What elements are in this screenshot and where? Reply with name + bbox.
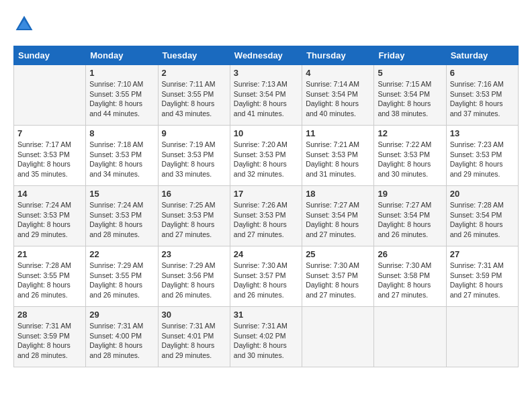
day-info: Sunrise: 7:27 AM Sunset: 3:54 PM Dayligh… — [378, 200, 442, 240]
calendar-cell: 14Sunrise: 7:24 AM Sunset: 3:53 PM Dayli… — [14, 186, 86, 246]
calendar-cell: 25Sunrise: 7:30 AM Sunset: 3:57 PM Dayli… — [302, 246, 374, 307]
day-number: 20 — [450, 189, 515, 199]
day-number: 21 — [17, 249, 82, 259]
day-number: 26 — [378, 249, 442, 259]
day-header-friday: Friday — [374, 46, 446, 65]
calendar-cell — [14, 65, 86, 126]
calendar-cell — [374, 307, 446, 367]
calendar-cell: 7Sunrise: 7:17 AM Sunset: 3:53 PM Daylig… — [14, 126, 86, 186]
day-header-wednesday: Wednesday — [230, 46, 302, 65]
day-number: 9 — [162, 128, 226, 138]
day-number: 14 — [17, 189, 82, 199]
calendar-week-4: 21Sunrise: 7:28 AM Sunset: 3:55 PM Dayli… — [14, 246, 519, 307]
day-info: Sunrise: 7:10 AM Sunset: 3:55 PM Dayligh… — [89, 79, 154, 119]
calendar-cell: 20Sunrise: 7:28 AM Sunset: 3:54 PM Dayli… — [446, 186, 518, 246]
day-info: Sunrise: 7:27 AM Sunset: 3:54 PM Dayligh… — [306, 200, 370, 240]
day-info: Sunrise: 7:31 AM Sunset: 3:59 PM Dayligh… — [450, 261, 515, 300]
day-info: Sunrise: 7:26 AM Sunset: 3:53 PM Dayligh… — [234, 200, 298, 240]
day-number: 15 — [89, 189, 154, 199]
day-number: 29 — [89, 310, 154, 320]
day-info: Sunrise: 7:16 AM Sunset: 3:53 PM Dayligh… — [450, 79, 515, 119]
calendar-cell: 23Sunrise: 7:29 AM Sunset: 3:56 PM Dayli… — [158, 246, 230, 307]
calendar-cell: 19Sunrise: 7:27 AM Sunset: 3:54 PM Dayli… — [374, 186, 446, 246]
day-number: 31 — [234, 310, 298, 320]
calendar-cell: 27Sunrise: 7:31 AM Sunset: 3:59 PM Dayli… — [446, 246, 518, 307]
day-header-thursday: Thursday — [302, 46, 374, 65]
calendar-week-2: 7Sunrise: 7:17 AM Sunset: 3:53 PM Daylig… — [14, 126, 519, 186]
day-info: Sunrise: 7:19 AM Sunset: 3:53 PM Dayligh… — [162, 140, 226, 179]
day-number: 6 — [450, 68, 515, 78]
calendar-cell: 28Sunrise: 7:31 AM Sunset: 3:59 PM Dayli… — [14, 307, 86, 367]
calendar-cell: 26Sunrise: 7:30 AM Sunset: 3:58 PM Dayli… — [374, 246, 446, 307]
calendar-cell: 22Sunrise: 7:29 AM Sunset: 3:55 PM Dayli… — [86, 246, 158, 307]
calendar-cell: 8Sunrise: 7:18 AM Sunset: 3:53 PM Daylig… — [86, 126, 158, 186]
calendar-cell: 16Sunrise: 7:25 AM Sunset: 3:53 PM Dayli… — [158, 186, 230, 246]
day-info: Sunrise: 7:29 AM Sunset: 3:55 PM Dayligh… — [89, 261, 154, 300]
day-info: Sunrise: 7:20 AM Sunset: 3:53 PM Dayligh… — [234, 140, 298, 179]
day-info: Sunrise: 7:30 AM Sunset: 3:57 PM Dayligh… — [234, 261, 298, 300]
logo-icon — [13, 13, 35, 35]
day-number: 1 — [89, 68, 154, 78]
day-number: 17 — [234, 189, 298, 199]
day-info: Sunrise: 7:28 AM Sunset: 3:54 PM Dayligh… — [450, 200, 515, 240]
day-number: 3 — [234, 68, 298, 78]
day-number: 19 — [378, 189, 442, 199]
day-info: Sunrise: 7:22 AM Sunset: 3:53 PM Dayligh… — [378, 140, 442, 179]
day-number: 25 — [306, 249, 370, 259]
calendar-cell: 15Sunrise: 7:24 AM Sunset: 3:53 PM Dayli… — [86, 186, 158, 246]
calendar-cell: 10Sunrise: 7:20 AM Sunset: 3:53 PM Dayli… — [230, 126, 302, 186]
day-info: Sunrise: 7:14 AM Sunset: 3:54 PM Dayligh… — [306, 79, 370, 119]
calendar-cell: 2Sunrise: 7:11 AM Sunset: 3:55 PM Daylig… — [158, 65, 230, 126]
day-number: 23 — [162, 249, 226, 259]
calendar-cell: 9Sunrise: 7:19 AM Sunset: 3:53 PM Daylig… — [158, 126, 230, 186]
calendar-cell: 5Sunrise: 7:15 AM Sunset: 3:54 PM Daylig… — [374, 65, 446, 126]
day-info: Sunrise: 7:17 AM Sunset: 3:53 PM Dayligh… — [17, 140, 82, 179]
calendar-cell: 21Sunrise: 7:28 AM Sunset: 3:55 PM Dayli… — [14, 246, 86, 307]
calendar-cell: 13Sunrise: 7:23 AM Sunset: 3:53 PM Dayli… — [446, 126, 518, 186]
calendar-cell: 3Sunrise: 7:13 AM Sunset: 3:54 PM Daylig… — [230, 65, 302, 126]
calendar-cell: 1Sunrise: 7:10 AM Sunset: 3:55 PM Daylig… — [86, 65, 158, 126]
day-number: 10 — [234, 128, 298, 138]
page-header — [13, 13, 519, 35]
day-number: 5 — [378, 68, 442, 78]
day-info: Sunrise: 7:13 AM Sunset: 3:54 PM Dayligh… — [234, 79, 298, 119]
calendar-header-row: SundayMondayTuesdayWednesdayThursdayFrid… — [14, 46, 519, 65]
day-number: 22 — [89, 249, 154, 259]
calendar-cell — [302, 307, 374, 367]
day-info: Sunrise: 7:30 AM Sunset: 3:57 PM Dayligh… — [306, 261, 370, 300]
day-info: Sunrise: 7:23 AM Sunset: 3:53 PM Dayligh… — [450, 140, 515, 179]
calendar-cell: 29Sunrise: 7:31 AM Sunset: 4:00 PM Dayli… — [86, 307, 158, 367]
calendar-week-3: 14Sunrise: 7:24 AM Sunset: 3:53 PM Dayli… — [14, 186, 519, 246]
calendar-cell: 31Sunrise: 7:31 AM Sunset: 4:02 PM Dayli… — [230, 307, 302, 367]
day-number: 28 — [17, 310, 82, 320]
calendar-week-5: 28Sunrise: 7:31 AM Sunset: 3:59 PM Dayli… — [14, 307, 519, 367]
calendar-cell: 12Sunrise: 7:22 AM Sunset: 3:53 PM Dayli… — [374, 126, 446, 186]
day-number: 30 — [162, 310, 226, 320]
calendar-cell: 17Sunrise: 7:26 AM Sunset: 3:53 PM Dayli… — [230, 186, 302, 246]
day-info: Sunrise: 7:24 AM Sunset: 3:53 PM Dayligh… — [89, 200, 154, 240]
day-info: Sunrise: 7:18 AM Sunset: 3:53 PM Dayligh… — [89, 140, 154, 179]
day-number: 4 — [306, 68, 370, 78]
day-header-saturday: Saturday — [446, 46, 518, 65]
calendar-table: SundayMondayTuesdayWednesdayThursdayFrid… — [13, 46, 519, 367]
day-info: Sunrise: 7:31 AM Sunset: 4:00 PM Dayligh… — [89, 321, 154, 361]
day-info: Sunrise: 7:30 AM Sunset: 3:58 PM Dayligh… — [378, 261, 442, 300]
calendar-cell: 11Sunrise: 7:21 AM Sunset: 3:53 PM Dayli… — [302, 126, 374, 186]
day-number: 27 — [450, 249, 515, 259]
day-info: Sunrise: 7:15 AM Sunset: 3:54 PM Dayligh… — [378, 79, 442, 119]
day-number: 12 — [378, 128, 442, 138]
calendar-cell: 18Sunrise: 7:27 AM Sunset: 3:54 PM Dayli… — [302, 186, 374, 246]
day-header-sunday: Sunday — [14, 46, 86, 65]
day-info: Sunrise: 7:31 AM Sunset: 3:59 PM Dayligh… — [17, 321, 82, 361]
calendar-cell: 30Sunrise: 7:31 AM Sunset: 4:01 PM Dayli… — [158, 307, 230, 367]
calendar-cell: 4Sunrise: 7:14 AM Sunset: 3:54 PM Daylig… — [302, 65, 374, 126]
day-info: Sunrise: 7:28 AM Sunset: 3:55 PM Dayligh… — [17, 261, 82, 300]
day-info: Sunrise: 7:24 AM Sunset: 3:53 PM Dayligh… — [17, 200, 82, 240]
day-number: 8 — [89, 128, 154, 138]
day-info: Sunrise: 7:31 AM Sunset: 4:02 PM Dayligh… — [234, 321, 298, 361]
day-header-tuesday: Tuesday — [158, 46, 230, 65]
logo — [13, 13, 39, 35]
calendar-cell: 24Sunrise: 7:30 AM Sunset: 3:57 PM Dayli… — [230, 246, 302, 307]
day-header-monday: Monday — [86, 46, 158, 65]
day-info: Sunrise: 7:25 AM Sunset: 3:53 PM Dayligh… — [162, 200, 226, 240]
